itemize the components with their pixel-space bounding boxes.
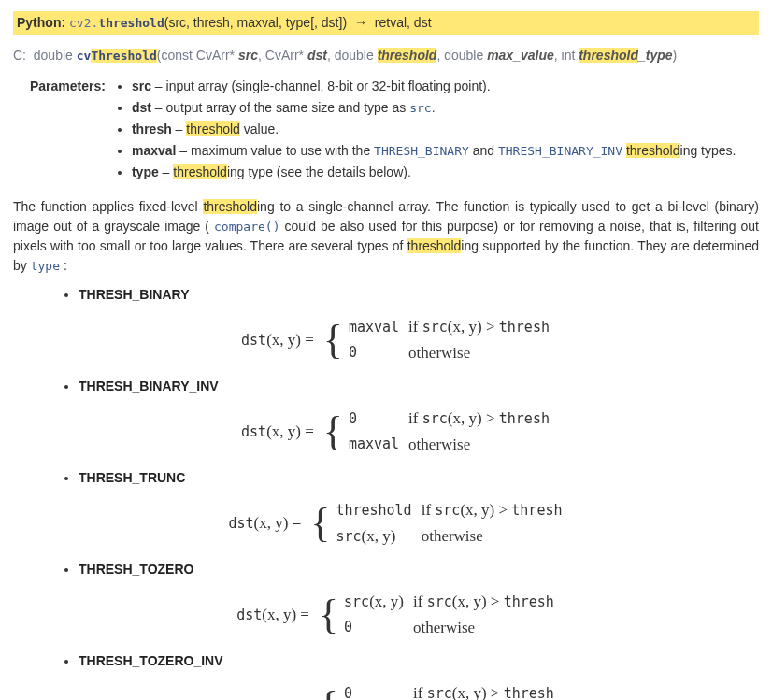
arrow: →	[350, 15, 371, 30]
param-src: src – input array (single-channel, 8-bit…	[132, 77, 736, 96]
type-thresh-tozero-inv: THRESH_TOZERO_INV dst(x, y) = { 0if src(…	[79, 651, 759, 700]
param-type: type – thresholding type (see the detail…	[132, 163, 736, 182]
parameters-block: Parameters: src – input array (single-ch…	[30, 77, 759, 184]
fn-args: (src, thresh, maxval, type[, dst])	[164, 15, 347, 30]
lang-label: Python:	[17, 15, 65, 30]
c-signature: C: double cvThreshold(const CvArr* src, …	[13, 46, 759, 65]
lang-label: C:	[13, 48, 26, 63]
threshold-types-list: THRESH_BINARY dst(x, y) = { maxvalif src…	[13, 285, 759, 700]
type-thresh-binary-inv: THRESH_BINARY_INV dst(x, y) = { 0if src(…	[79, 377, 759, 457]
equation-tozero-inv: dst(x, y) = { 0if src(x, y) > thresh src…	[79, 680, 759, 700]
description: The function applies fixed-level thresho…	[13, 197, 759, 276]
equation-binary-inv: dst(x, y) = { 0if src(x, y) > thresh max…	[79, 406, 759, 457]
equation-trunc: dst(x, y) = { thresholdif src(x, y) > th…	[79, 497, 759, 549]
type-thresh-tozero: THRESH_TOZERO dst(x, y) = { src(x, y)if …	[79, 560, 759, 640]
fn-qualified: cv2.threshold	[69, 16, 164, 30]
equation-binary: dst(x, y) = { maxvalif src(x, y) > thres…	[79, 314, 759, 365]
param-thresh: thresh – threshold value.	[132, 120, 736, 139]
type-thresh-trunc: THRESH_TRUNC dst(x, y) = { thresholdif s…	[79, 468, 759, 549]
parameters-label: Parameters:	[30, 77, 106, 96]
fn-name: cvThreshold	[77, 49, 157, 63]
param-dst: dst – output array of the same size and …	[132, 98, 736, 118]
equation-tozero: dst(x, y) = { src(x, y)if src(x, y) > th…	[79, 589, 759, 640]
python-signature: Python: cv2.threshold(src, thresh, maxva…	[13, 11, 759, 35]
fn-return: retval, dst	[375, 15, 432, 30]
param-maxval: maxval – maximum value to use with the T…	[132, 141, 736, 161]
parameters-list: src – input array (single-channel, 8-bit…	[113, 77, 736, 184]
type-thresh-binary: THRESH_BINARY dst(x, y) = { maxvalif src…	[79, 285, 759, 365]
